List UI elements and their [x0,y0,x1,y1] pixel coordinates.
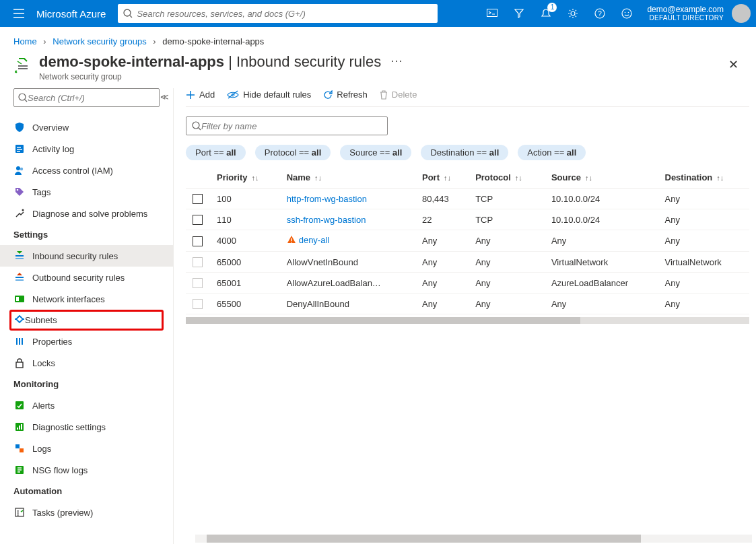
rule-name-link[interactable]: http-from-wg-bastion [287,194,367,204]
chevron-right-icon: › [39,36,50,46]
cell-port: Any [415,230,469,252]
sidebar-item-label: Locks [32,358,55,368]
page-title: demo-spoke-internal-apps | Inbound secur… [39,53,381,71]
row-checkbox[interactable] [193,257,203,267]
sidebar-item-lock[interactable]: Locks [0,352,173,374]
sidebar-item-alert[interactable]: Alerts [0,395,173,416]
props-icon [13,335,26,347]
row-checkbox[interactable] [193,278,203,288]
search-icon [123,9,133,18]
more-actions-icon[interactable]: ⋯ [390,53,403,68]
col-protocol[interactable]: Protocol↑↓ [469,167,545,189]
avatar-icon[interactable] [732,4,751,23]
table-row[interactable]: 65000 AllowVnetInBound Any Any VirtualNe… [186,252,749,273]
filter-pill-source[interactable]: Source == all [340,145,411,160]
main-content: Add Hide default rules Refresh Delete Po… [174,88,756,544]
filter-field[interactable] [201,121,382,131]
cell-protocol: Any [469,294,545,314]
filter-input[interactable] [186,116,388,135]
sidebar-item-shield[interactable]: Overview [0,116,173,138]
table-row[interactable]: 100 http-from-wg-bastion 80,443 TCP 10.1… [186,189,749,209]
filter-pill-port[interactable]: Port == all [186,145,246,160]
sidebar-item-people[interactable]: Access control (IAM) [0,160,173,181]
col-name[interactable]: Name↑↓ [280,167,415,189]
col-priority[interactable]: Priority↑↓ [210,167,280,189]
cell-protocol: Any [469,230,545,252]
table-scrollbar[interactable] [186,317,749,324]
svg-point-7 [628,12,629,13]
sidebar-item-props[interactable]: Properties [0,331,173,352]
row-checkbox[interactable] [193,194,203,204]
table-row[interactable]: 110 ssh-from-wg-bastion 22 TCP 10.10.0.0… [186,209,749,230]
hide-default-rules-button[interactable]: Hide default rules [227,90,311,100]
sidebar-item-subnet[interactable]: Subnets [9,310,164,331]
global-search-input[interactable] [137,9,432,19]
global-search[interactable] [118,4,438,23]
sidebar-item-label: Overview [32,123,69,133]
filter-pill-action[interactable]: Action == all [518,145,586,160]
rule-name-link[interactable]: ssh-from-wg-bastion [287,215,366,225]
svg-rect-25 [16,338,18,345]
plus-icon [186,90,195,100]
breadcrumb-home[interactable]: Home [13,36,37,46]
rule-name-link[interactable]: deny-all [299,235,330,245]
cloud-shell-icon[interactable] [479,0,506,27]
nsg-resource-icon [13,56,32,75]
account-directory: DEFAULT DIRECTORY [647,14,724,22]
sidebar-item-label: Logs [32,444,51,454]
page-scrollbar[interactable] [195,535,752,543]
feedback-icon[interactable] [613,0,640,27]
brand-label[interactable]: Microsoft Azure [32,8,118,20]
table-row[interactable]: 4000 deny-all Any Any Any Any [186,230,749,252]
col-port[interactable]: Port↑↓ [415,167,469,189]
sidebar-search[interactable] [13,88,160,107]
sidebar-item-tasks[interactable]: Tasks (preview) [0,502,173,523]
add-button[interactable]: Add [186,90,215,100]
cell-destination: Any [658,230,750,252]
people-icon [13,164,26,176]
row-checkbox[interactable] [193,299,203,309]
directory-filter-icon[interactable] [506,0,532,27]
refresh-icon [323,90,333,100]
hamburger-icon[interactable] [5,0,32,27]
filter-pill-protocol[interactable]: Protocol == all [255,145,331,160]
sidebar-item-logs[interactable]: Logs [0,438,173,459]
breadcrumb-nsg[interactable]: Network security groups [53,36,146,46]
table-row[interactable]: 65001 AllowAzureLoadBalan… Any Any Azure… [186,273,749,294]
sidebar-item-label: Diagnose and solve problems [32,209,147,219]
sidebar-item-diagnose[interactable]: Diagnose and solve problems [0,203,173,224]
rules-table-wrap[interactable]: Priority↑↓Name↑↓Port↑↓Protocol↑↓Source↑↓… [186,167,749,543]
svg-rect-22 [15,279,24,281]
cell-destination: Any [658,209,750,230]
sidebar-search-input[interactable] [28,93,155,103]
toolbar: Add Hide default rules Refresh Delete [186,88,749,107]
sidebar-item-nic[interactable]: Network interfaces [0,288,173,310]
sidebar-item-flow[interactable]: NSG flow logs [0,459,173,481]
sidebar-item-inbound[interactable]: Inbound security rules [0,245,173,267]
col-destination[interactable]: Destination↑↓ [658,167,750,189]
notifications-icon[interactable]: 1 [532,0,559,27]
svg-rect-12 [17,147,21,148]
svg-rect-19 [15,255,24,257]
svg-rect-40 [291,238,291,241]
help-icon[interactable]: ? [586,0,613,27]
settings-gear-icon[interactable] [559,0,586,27]
cell-source: VirtualNetwork [545,252,658,273]
account-block[interactable]: demo@example.com DEFAULT DIRECTORY [640,5,728,22]
svg-point-0 [124,9,131,16]
table-row[interactable]: 65500 DenyAllInBound Any Any Any Any [186,294,749,314]
col-source[interactable]: Source↑↓ [545,167,658,189]
row-checkbox[interactable] [193,236,203,246]
row-checkbox[interactable] [193,215,203,225]
close-icon[interactable]: ✕ [724,53,743,76]
collapse-sidebar-icon[interactable]: ≪ [160,92,169,102]
refresh-button[interactable]: Refresh [323,90,368,100]
svg-rect-27 [22,338,23,345]
sidebar-item-activity[interactable]: Activity log [0,138,173,160]
sidebar-item-tag[interactable]: Tags [0,181,173,203]
filter-pill-destination[interactable]: Destination == all [421,145,508,160]
diagnose-icon [13,207,26,219]
sidebar-item-diagset[interactable]: Diagnostic settings [0,416,173,438]
sidebar-item-label: Outbound security rules [32,273,125,283]
sidebar-item-outbound[interactable]: Outbound security rules [0,267,173,288]
